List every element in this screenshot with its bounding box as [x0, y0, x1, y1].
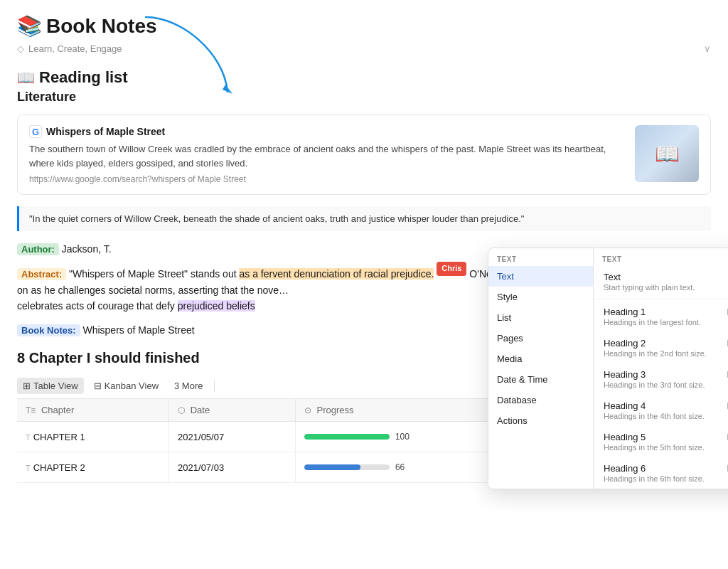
- ctx-right-item-text: Heading 2 Headings in the 2nd font size.: [604, 338, 721, 358]
- context-menu-right-items: Text Start typing with plain text. T Hea…: [594, 266, 728, 489]
- ctx-right-item-label: Heading 5: [604, 432, 721, 442]
- context-menu-left: TEXTTextStyleListPagesMediaDate & TimeDa…: [488, 248, 593, 489]
- table-view-icon: ⊞: [23, 381, 31, 391]
- book-card-title: G Whispers of Maple Street: [29, 125, 623, 138]
- ctx-right-item-label: Heading 2: [604, 338, 721, 349]
- ctx-right-item-label: Text: [604, 272, 727, 282]
- context-menu-right-item-heading-6[interactable]: Heading 6 Headings in the 6th font size.…: [594, 457, 728, 489]
- context-menu-right-item-heading-5[interactable]: Heading 5 Headings in the 5th font size.…: [594, 426, 728, 457]
- abstract-text-start: "Whispers of Maple Street" stands out: [69, 268, 240, 280]
- ctx-right-item-desc: Headings in the 3rd font size.: [604, 381, 721, 389]
- google-icon: G: [29, 125, 42, 138]
- ctx-right-item-label: Heading 1: [604, 307, 721, 317]
- book-notes-label: Book Notes:: [17, 324, 80, 336]
- cell-date-0: 2021/05/07: [169, 422, 296, 452]
- table-view-label: Table View: [33, 381, 78, 391]
- ctx-right-item-text: Text Start typing with plain text.: [604, 272, 727, 292]
- row-type-icon: T: [26, 433, 31, 442]
- progress-bar: [304, 464, 390, 470]
- ctx-right-item-desc: Headings in the 5th font size.: [604, 443, 721, 452]
- page-title: 📚 Book Notes: [17, 14, 711, 38]
- cell-chapter-1: TCHAPTER 2: [17, 452, 169, 483]
- abstract-label: Abstract:: [17, 268, 66, 280]
- ctx-right-item-label: Heading 6: [604, 463, 721, 474]
- col-date-icon: ⬡: [178, 405, 185, 415]
- book-notes-text: Whispers of Maple Street: [82, 324, 194, 336]
- progress-number: 100: [395, 432, 410, 442]
- context-menu-right-item-text[interactable]: Text Start typing with plain text. T: [594, 266, 728, 297]
- chapter-name: CHAPTER 2: [33, 462, 85, 473]
- row-type-icon: T: [26, 464, 31, 472]
- kanban-view-button[interactable]: ⊟ Kanban View: [88, 378, 164, 394]
- context-menu-right-item-heading-4[interactable]: Heading 4 Headings in the 4th font size.…: [594, 395, 728, 426]
- literature-heading: Literature: [17, 90, 711, 105]
- toolbar-separator: [214, 380, 215, 393]
- context-menu-item-style[interactable]: Style: [488, 287, 593, 307]
- book-card-content: G Whispers of Maple Street The southern …: [29, 125, 623, 184]
- book-title-text: Whispers of Maple Street: [46, 126, 165, 137]
- quote-block: "In the quiet corners of Willow Creek, b…: [17, 206, 711, 231]
- col-chapter-label: Chapter: [41, 405, 74, 415]
- book-card: G Whispers of Maple Street The southern …: [17, 115, 711, 195]
- reading-list-title: Reading list: [39, 68, 128, 87]
- context-menu-item-text[interactable]: Text: [488, 266, 593, 287]
- abstract-highlight-purple: prejudiced beliefs: [178, 300, 255, 312]
- context-menu-right-item-heading-1[interactable]: Heading 1 Headings in the largest font. …: [594, 301, 728, 332]
- abstract-highlight-orange: as a fervent denunciation of racial prej…: [239, 268, 434, 280]
- context-menu-item-pages[interactable]: Pages: [488, 328, 593, 349]
- context-menu-item-date-&-time[interactable]: Date & Time: [488, 369, 593, 390]
- ctx-right-item-desc: Headings in the 2nd font size.: [604, 349, 721, 358]
- kanban-view-label: Kanban View: [105, 381, 159, 391]
- context-menu-item-media[interactable]: Media: [488, 349, 593, 369]
- ctx-right-item-text: Heading 1 Headings in the largest font.: [604, 307, 721, 326]
- context-menu-item-actions[interactable]: Actions: [488, 410, 593, 431]
- context-menu-right-item-heading-3[interactable]: Heading 3 Headings in the 3rd font size.…: [594, 363, 728, 395]
- table-view-button[interactable]: ⊞ Table View: [17, 378, 84, 394]
- more-views-label: 3 More: [174, 381, 203, 391]
- context-menu-left-items: TEXTTextStyleListPagesMediaDate & TimeDa…: [488, 248, 593, 431]
- kanban-view-icon: ⊟: [94, 381, 102, 391]
- ctx-right-item-label: Heading 4: [604, 400, 721, 411]
- ctx-right-item-text: Heading 6 Headings in the 6th font size.: [604, 463, 721, 483]
- cell-chapter-0: TCHAPTER 1: [17, 422, 169, 452]
- context-menu-item-list[interactable]: List: [488, 307, 593, 328]
- progress-bar: [304, 434, 390, 440]
- author-name: Jackson, T.: [62, 243, 112, 255]
- chevron-down-icon[interactable]: ∨: [704, 43, 711, 54]
- context-menu-right-item-heading-2[interactable]: Heading 2 Headings in the 2nd font size.…: [594, 332, 728, 363]
- chapter-name: CHAPTER 1: [33, 432, 85, 442]
- ctx-right-item-desc: Start typing with plain text.: [604, 283, 727, 292]
- col-progress-label: Progress: [317, 405, 354, 415]
- ctx-right-item-desc: Headings in the 4th font size.: [604, 412, 721, 420]
- col-chapter: T≡ Chapter: [17, 399, 169, 422]
- reading-list-emoji: 📖: [17, 69, 35, 86]
- reading-list-header: 📖 Reading list: [17, 68, 711, 87]
- col-progress-icon: ⊙: [304, 405, 311, 415]
- context-menu-right: TEXT Text Start typing with plain text. …: [593, 248, 728, 489]
- col-date: ⬡ Date: [169, 399, 296, 422]
- ctx-right-item-desc: Headings in the 6th font size.: [604, 474, 721, 483]
- context-menu-item-database[interactable]: Database: [488, 390, 593, 410]
- ctx-right-item-text: Heading 5 Headings in the 5th font size.: [604, 432, 721, 452]
- subtitle-row: ◇ Learn, Create, Engage ∨: [17, 43, 711, 54]
- context-menu: TEXTTextStyleListPagesMediaDate & TimeDa…: [488, 248, 728, 489]
- page-subtitle: Learn, Create, Engage: [28, 43, 122, 54]
- ctx-right-item-text: Heading 3 Headings in the 3rd font size.: [604, 369, 721, 389]
- col-chapter-icon: T≡: [26, 405, 36, 415]
- ctx-right-item-desc: Headings in the largest font.: [604, 318, 721, 326]
- progress-fill: [304, 434, 390, 440]
- ctx-right-item-text: Heading 4 Headings in the 4th font size.: [604, 400, 721, 420]
- ctx-right-item-label: Heading 3: [604, 369, 721, 380]
- cell-date-1: 2021/07/03: [169, 452, 296, 483]
- more-views-button[interactable]: 3 More: [168, 378, 208, 394]
- ctx-divider: [594, 299, 728, 299]
- context-menu-right-section-label: TEXT: [594, 248, 728, 266]
- book-card-image: [635, 125, 699, 182]
- context-menu-left-section-label: TEXT: [488, 248, 593, 266]
- book-card-url[interactable]: https://www.google.com/search?whispers o…: [29, 174, 623, 184]
- tag-icon: ◇: [17, 43, 24, 54]
- book-card-description: The southern town of Willow Creek was cr…: [29, 142, 623, 170]
- progress-number: 66: [395, 462, 405, 472]
- user-badge-chris: Chris: [437, 262, 466, 276]
- col-date-label: Date: [191, 405, 210, 415]
